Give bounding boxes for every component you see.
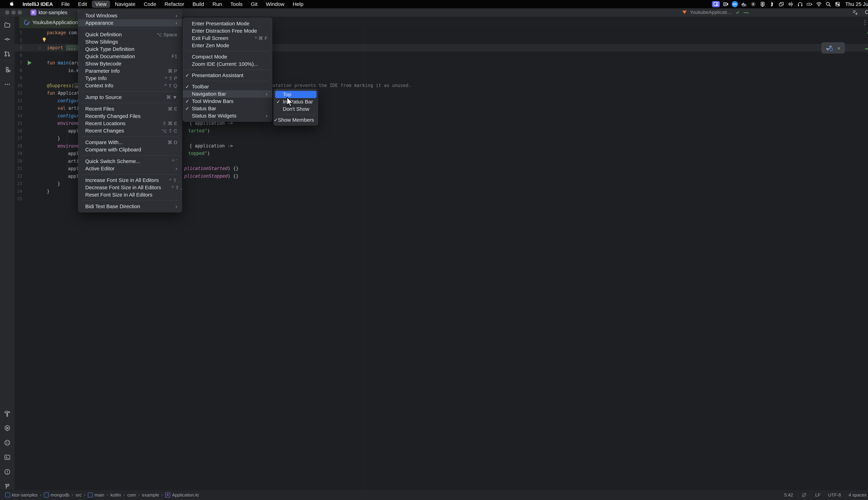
menu-item-status-bar-widgets[interactable]: Status Bar Widgets›	[183, 112, 272, 120]
add-layout-icon[interactable]	[852, 9, 859, 16]
intention-bulb-icon[interactable]	[42, 37, 47, 44]
run-config-expand-icon[interactable]	[682, 11, 687, 14]
menu-item-top[interactable]: Top	[275, 91, 317, 98]
line-number[interactable]: 18	[14, 144, 22, 148]
vcs-branch-icon[interactable]	[4, 483, 11, 490]
menu-window[interactable]: Window	[262, 1, 288, 8]
menu-item-in-status-bar[interactable]: ✓In Status Bar	[274, 98, 318, 105]
fold-gutter-icon[interactable]: ›	[38, 45, 41, 50]
waveform-icon[interactable]	[787, 1, 794, 7]
stage-manager-icon[interactable]	[778, 1, 785, 7]
menu-item-jump-to-source[interactable]: Jump to Source⌘ ▼	[78, 93, 182, 101]
menu-item-show-members[interactable]: ✓Show Members	[274, 116, 318, 124]
line-number[interactable]: 10	[14, 83, 22, 88]
services-play-icon[interactable]	[4, 425, 11, 432]
breadcrumb-item-mongodb[interactable]: mongodb	[44, 492, 69, 498]
menu-refactor[interactable]: Refactor	[161, 1, 188, 8]
menu-help[interactable]: Help	[289, 1, 307, 8]
menu-item-recent-locations[interactable]: Recent Locations⇧ ⌘ E	[78, 120, 182, 127]
caret-position[interactable]: 5:42	[784, 492, 793, 498]
line-number[interactable]: 11	[14, 91, 22, 95]
menu-item-don-t-show[interactable]: Don't Show	[274, 105, 318, 113]
traffic-light-minimize[interactable]	[11, 10, 16, 14]
line-number[interactable]: 3	[14, 45, 22, 50]
line-number[interactable]: 19	[14, 151, 22, 156]
control-center-icon[interactable]	[834, 1, 841, 7]
menu-code[interactable]: Code	[140, 1, 160, 8]
headphones-icon[interactable]	[797, 1, 803, 7]
display-icon[interactable]	[759, 1, 766, 7]
breadcrumb-item-com[interactable]: com	[127, 492, 136, 498]
menu-item-presentation-assistant[interactable]: ✓Presentation Assistant	[183, 72, 272, 79]
breadcrumb-item-src[interactable]: src	[76, 492, 82, 498]
breadcrumb-item-kotlin[interactable]: kotlin	[111, 492, 121, 498]
battery-icon[interactable]	[806, 1, 813, 7]
menu-build[interactable]: Build	[189, 1, 208, 8]
menu-file[interactable]: File	[58, 1, 73, 8]
apple-menu-icon[interactable]	[6, 0, 18, 8]
menu-item-tool-window-bars[interactable]: ✓Tool Window Bars	[183, 98, 272, 105]
menu-item-enter-presentation-mode[interactable]: Enter Presentation Mode	[183, 20, 272, 27]
search-everywhere-icon[interactable]	[864, 9, 868, 16]
menu-item-compare-with-clipboard[interactable]: Compare with Clipboard	[78, 146, 182, 153]
project-widget[interactable]: K ktor-samples	[31, 10, 67, 15]
menu-item-recently-changed-files[interactable]: Recently Changed Files	[78, 113, 182, 120]
menu-item-show-bytecode[interactable]: Show Bytecode	[78, 60, 182, 67]
menu-item-status-bar[interactable]: ✓Status Bar	[183, 105, 272, 112]
gradle-reload-chip[interactable]: ✕	[821, 42, 845, 54]
more-icon[interactable]	[4, 81, 11, 88]
run-gutter-icon[interactable]	[28, 60, 32, 65]
menu-item-toolbar[interactable]: ✓Toolbar	[183, 83, 272, 90]
wifi-icon[interactable]	[815, 1, 822, 7]
menu-item-enter-distraction-free-mode[interactable]: Enter Distraction Free Mode	[183, 27, 272, 35]
line-number[interactable]: 24	[14, 189, 22, 194]
pull-requests-icon[interactable]	[4, 50, 11, 57]
menu-tools[interactable]: Tools	[227, 1, 246, 8]
menu-item-context-info[interactable]: Context Info^ ⇧ Q	[78, 82, 182, 89]
breadcrumb-item-example[interactable]: example	[142, 492, 159, 498]
menu-item-zoom-ide-current-100[interactable]: Zoom IDE (Current: 100%)...	[183, 60, 272, 68]
run-widget[interactable]: YoukubeApplicati…	[682, 10, 749, 15]
close-icon[interactable]: ✕	[837, 45, 841, 51]
menu-item-quick-definition[interactable]: Quick Definition⌥ Space	[78, 31, 182, 38]
zoom-app-icon[interactable]: zm	[732, 1, 738, 7]
traffic-light-close[interactable]	[5, 10, 9, 14]
screen-mirroring-icon[interactable]	[712, 1, 720, 7]
kotlin-dots-icon[interactable]	[4, 439, 11, 446]
line-number[interactable]: 6	[14, 53, 22, 58]
notes-leaf-icon[interactable]	[768, 1, 776, 7]
line-number[interactable]: 12	[14, 98, 22, 103]
menu-item-enter-zen-mode[interactable]: Enter Zen Mode	[183, 42, 272, 49]
line-number[interactable]: 13	[14, 106, 22, 111]
line-number[interactable]: 9	[14, 76, 22, 80]
traffic-light-zoom[interactable]	[18, 10, 22, 14]
menu-item-parameter-info[interactable]: Parameter Info⌘ P	[78, 67, 182, 75]
menu-item-reset-font-size-in-all-editors[interactable]: Reset Font Size in All Editors	[78, 191, 182, 198]
line-number[interactable]: 23	[14, 181, 22, 186]
file-encoding[interactable]: UTF-8	[828, 492, 841, 498]
line-number[interactable]: 17	[14, 136, 22, 141]
line-number[interactable]: 2	[14, 38, 22, 43]
menu-item-recent-files[interactable]: Recent Files⌘ E	[78, 105, 182, 113]
menu-item-compact-mode[interactable]: Compact Mode	[183, 53, 272, 60]
line-number[interactable]: 20	[14, 159, 22, 163]
menu-edit[interactable]: Edit	[75, 1, 90, 8]
build-hammer-icon[interactable]	[4, 410, 11, 417]
project-folder-icon[interactable]	[4, 22, 11, 29]
line-number[interactable]: 25	[14, 196, 22, 201]
menu-item-quick-documentation[interactable]: Quick DocumentationF1	[78, 53, 182, 60]
menu-item-recent-changes[interactable]: Recent Changes⌥ ⇧ C	[78, 127, 182, 134]
menu-item-show-siblings[interactable]: Show Siblings	[78, 38, 182, 45]
line-number[interactable]: 8	[14, 68, 22, 73]
breadcrumb-item-main[interactable]: main	[88, 492, 104, 498]
line-number[interactable]: 7	[14, 60, 22, 65]
menu-item-type-info[interactable]: Type Info^ ⇧ P	[78, 75, 182, 82]
line-number[interactable]: 14	[14, 113, 22, 118]
line-number[interactable]: 16	[14, 128, 22, 133]
run-configuration-name[interactable]: YoukubeApplicati…	[690, 10, 732, 15]
menu-item-tool-windows[interactable]: Tool Windows›	[78, 12, 182, 19]
menu-item-navigation-bar[interactable]: Navigation Bar›	[183, 90, 272, 98]
highlighting-level-icon[interactable]	[801, 492, 808, 498]
menu-item-exit-full-screen[interactable]: Exit Full Screen^ ⌘ F	[183, 35, 272, 42]
terminal-circle-icon[interactable]	[750, 1, 757, 7]
